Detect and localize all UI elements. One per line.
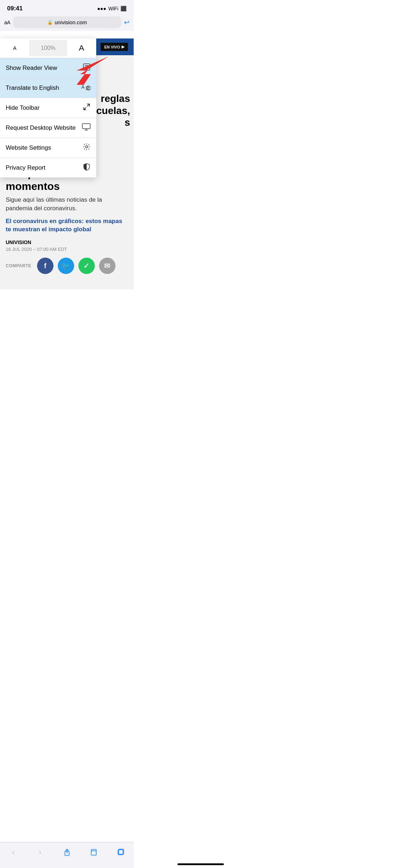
svg-marker-14 [77, 56, 109, 85]
battery-icon: ⬛ [120, 6, 127, 11]
privacy-report-label: Privacy Report [6, 164, 45, 171]
wifi-icon: WiFi [108, 6, 118, 11]
status-icons: ●●● WiFi ⬛ [97, 6, 127, 11]
font-large-label: A [79, 43, 84, 53]
svg-point-13 [86, 146, 88, 148]
privacy-report-item[interactable]: Privacy Report [0, 158, 96, 177]
svg-text:A: A [81, 84, 85, 90]
website-settings-item[interactable]: Website Settings [0, 138, 96, 158]
desktop-icon [82, 123, 91, 133]
privacy-shield-icon [83, 163, 91, 172]
font-increase-button[interactable]: A [67, 38, 96, 58]
settings-gear-icon [83, 143, 91, 153]
address-bar[interactable]: 🔒 univision.com [13, 16, 121, 28]
lock-icon: 🔒 [47, 20, 53, 25]
hide-toolbar-icon [83, 103, 91, 113]
request-desktop-website-item[interactable]: Request Desktop Website [0, 118, 96, 138]
cellular-icon: ●●● [97, 6, 106, 11]
font-decrease-button[interactable]: A [0, 40, 30, 56]
website-settings-label: Website Settings [6, 144, 51, 151]
aa-button[interactable]: aA [4, 20, 10, 25]
font-small-label: A [13, 45, 16, 51]
address-bar-container: aA 🔒 univision.com ↩ [0, 15, 134, 31]
font-percent-label: 100% [41, 45, 56, 51]
status-time: 09:41 [7, 5, 22, 12]
refresh-button[interactable]: ↩ [124, 19, 129, 26]
url-text: univision.com [55, 19, 87, 25]
font-size-row: A 100% A [0, 38, 96, 58]
font-percent-display: 100% [30, 40, 67, 56]
translate-label: Translate to English [6, 84, 59, 92]
request-desktop-label: Request Desktop Website [6, 124, 76, 131]
hide-toolbar-item[interactable]: Hide Toolbar [0, 98, 96, 118]
show-reader-view-label: Show Reader View [6, 64, 57, 72]
status-bar: 09:41 ●●● WiFi ⬛ [0, 0, 134, 15]
hide-toolbar-label: Hide Toolbar [6, 104, 40, 112]
red-arrow-overlay [66, 56, 109, 85]
svg-rect-10 [82, 124, 90, 129]
